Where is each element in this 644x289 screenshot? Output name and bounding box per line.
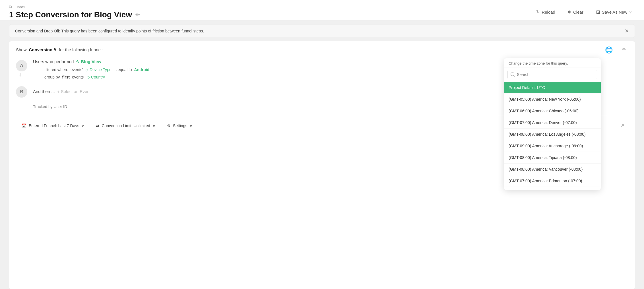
- clear-button[interactable]: ⊕ Clear: [565, 8, 586, 16]
- timezone-option[interactable]: (GMT-07:00) America: Edmonton (-07:00): [504, 175, 601, 187]
- notification-bar: Conversion and Drop Off: This query has …: [9, 24, 635, 38]
- filter-property-link[interactable]: ◇ Device Type: [85, 67, 112, 72]
- header-title-row: ⧉ Funnel 1 Step Conversion for Blog View…: [9, 5, 635, 19]
- conversion-limit-label: Conversion Limit: Unlimited: [102, 123, 150, 128]
- clear-icon: ⊕: [568, 9, 571, 15]
- step-a-arrow-down-icon: ↓: [19, 71, 27, 77]
- save-as-new-chevron-icon: ∨: [629, 9, 632, 15]
- notification-main: This: [61, 29, 70, 33]
- show-label: Show: [16, 47, 27, 52]
- filter-keyword: filtered where: [44, 67, 68, 72]
- timezone-option[interactable]: (GMT-05:00) America: New York (-05:00): [504, 94, 601, 105]
- funnel-label-text: Funnel: [13, 5, 25, 9]
- show-row: Show Conversion ∨ for the following funn…: [16, 47, 628, 52]
- timezone-dropdown: Change the time zone for this query. Pro…: [504, 58, 601, 190]
- reload-label: Reload: [542, 10, 555, 15]
- timezone-option[interactable]: (GMT-06:00) America: Chicago (-06:00): [504, 105, 601, 117]
- app-container: ⧉ Funnel 1 Step Conversion for Blog View…: [0, 0, 644, 289]
- settings-chevron-icon: ∨: [189, 123, 192, 128]
- select-event-link[interactable]: + Select an Event: [57, 89, 91, 94]
- settings-label: Settings: [173, 123, 187, 128]
- funnel-filter-icon: ⧉: [9, 5, 12, 9]
- timezone-option[interactable]: (GMT-08:00) America: Tijuana (-08:00): [504, 152, 601, 164]
- conversion-chevron-icon: ∨: [53, 47, 57, 52]
- entered-funnel-label: Entered Funnel: Last 7 Days: [29, 123, 79, 128]
- title-left: ⧉ Funnel 1 Step Conversion for Blog View…: [9, 5, 533, 19]
- clear-label: Clear: [573, 10, 583, 15]
- step-b-content: And then ... + Select an Event: [33, 89, 91, 94]
- step-b-letter: B: [16, 86, 27, 98]
- timezone-option[interactable]: Project Default: UTC: [504, 82, 601, 94]
- main-content: 🌐 ✏ Show Conversion ∨ for the following …: [9, 41, 635, 289]
- group-events: events': [72, 75, 84, 79]
- header-actions: ↻ Reload ⊕ Clear 🖫 Save As New ∨: [533, 8, 635, 16]
- timezone-globe-button[interactable]: 🌐: [603, 45, 614, 55]
- filter-events: events': [71, 67, 83, 72]
- filter-property-text: Device Type: [90, 67, 112, 72]
- notification-text: Conversion and Drop Off: This query has …: [15, 29, 204, 33]
- page-title-text: 1 Step Conversion for Blog View: [9, 10, 132, 19]
- entered-funnel-chevron-icon: ∨: [81, 123, 84, 128]
- notification-close-button[interactable]: ✕: [625, 28, 629, 34]
- notification-end: to identify points of friction between f…: [118, 29, 204, 33]
- settings-button[interactable]: ⚙ Settings ∨: [161, 121, 199, 130]
- notification-bold: Conversion and Drop Off:: [15, 29, 60, 33]
- timezone-option[interactable]: (GMT-07:00) America: Mazatlan (-07:00): [504, 187, 601, 190]
- funnel-label: ⧉ Funnel: [9, 5, 533, 9]
- page-title: 1 Step Conversion for Blog View ✏: [9, 10, 533, 19]
- timezone-option[interactable]: (GMT-07:00) America: Denver (-07:00): [504, 117, 601, 129]
- timezone-option[interactable]: (GMT-08:00) America: Los Angeles (-08:00…: [504, 129, 601, 140]
- group-property-icon: ◇: [87, 75, 90, 79]
- conversion-limit-button[interactable]: ⇄ Conversion Limit: Unlimited ∨: [90, 121, 161, 130]
- save-as-new-button[interactable]: 🖫 Save As New ∨: [593, 8, 635, 16]
- filter-value[interactable]: Android: [134, 67, 150, 72]
- timezone-search-input[interactable]: [507, 70, 597, 79]
- conversion-dropdown[interactable]: Conversion ∨: [29, 47, 57, 52]
- step-a-event-link[interactable]: ∿ Blog View: [76, 59, 101, 64]
- timezone-option[interactable]: (GMT-08:00) America: Vancouver (-08:00): [504, 164, 601, 175]
- reload-button[interactable]: ↻ Reload: [533, 8, 558, 16]
- entered-funnel-button[interactable]: 📅 Entered Funnel: Last 7 Days ∨: [16, 121, 90, 130]
- filter-operator: is equal to: [114, 67, 132, 72]
- conversion-limit-icon: ⇄: [96, 123, 99, 128]
- group-property-link[interactable]: ◇ Country: [87, 75, 105, 79]
- trend-icon-button[interactable]: ↗: [616, 120, 628, 131]
- save-icon: 🖫: [596, 10, 600, 15]
- save-as-new-label: Save As New: [602, 10, 627, 15]
- edit-title-icon[interactable]: ✏: [135, 12, 140, 18]
- conversion-label: Conversion: [29, 47, 53, 52]
- timezone-list: Project Default: UTC(GMT-05:00) America:…: [504, 82, 601, 190]
- for-label: for the following funnel:: [59, 47, 103, 52]
- calendar-icon: 📅: [22, 123, 26, 128]
- notification-link[interactable]: query has been configured: [70, 29, 117, 33]
- step-a-performed-label: Users who performed: [33, 59, 74, 64]
- timezone-option[interactable]: (GMT-09:00) America: Anchorage (-09:00): [504, 140, 601, 152]
- timezone-tooltip-label: Change the time zone for this query.: [504, 58, 601, 67]
- timezone-search-row: [504, 67, 601, 82]
- filter-property-icon: ◇: [85, 67, 88, 72]
- edit-query-button[interactable]: ✏: [620, 45, 628, 54]
- step-a-event-name: Blog View: [81, 59, 101, 64]
- step-a-event-icon: ∿: [76, 59, 80, 64]
- and-then-label: And then ...: [33, 89, 55, 94]
- header: ⧉ Funnel 1 Step Conversion for Blog View…: [0, 0, 644, 21]
- settings-icon: ⚙: [167, 123, 171, 128]
- group-order: first: [62, 75, 69, 79]
- conversion-limit-chevron-icon: ∨: [152, 123, 155, 128]
- group-property-text: Country: [91, 75, 105, 79]
- reload-icon: ↻: [536, 9, 540, 15]
- group-keyword: group by: [44, 75, 60, 79]
- step-a-letter: A: [16, 60, 27, 71]
